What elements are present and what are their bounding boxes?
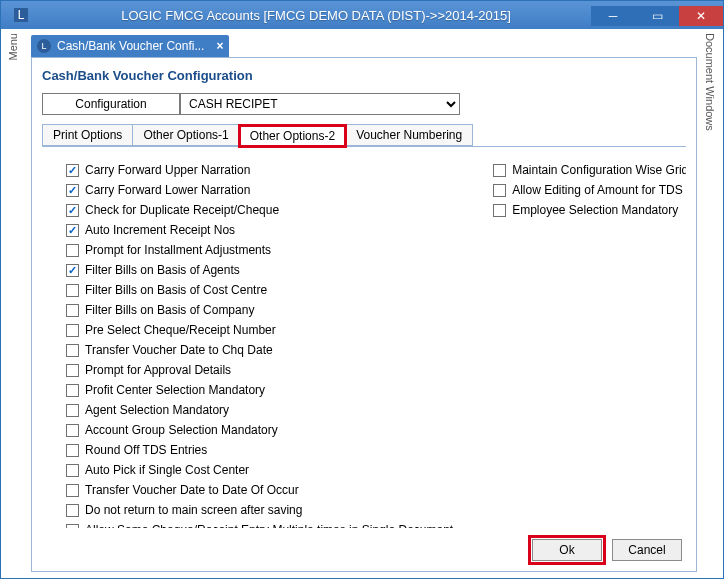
option-account-group-selection-mandatory[interactable]: Account Group Selection Mandatory (66, 421, 453, 439)
option-label: Allow Editing of Amount for TDS Calculat… (512, 181, 686, 199)
document-tab-label: Cash/Bank Voucher Confi... (57, 39, 204, 53)
menu-rail-label: Menu (7, 33, 19, 61)
option-label: Maintain Configuration Wise Grid Setting… (512, 161, 686, 179)
checkbox-icon[interactable] (66, 204, 79, 217)
option-label: Carry Forward Upper Narration (85, 161, 250, 179)
option-auto-increment-receipt-nos[interactable]: Auto Increment Receipt Nos (66, 221, 453, 239)
checkbox-icon[interactable] (66, 344, 79, 357)
document-tab-close-icon[interactable]: × (216, 39, 223, 53)
cancel-button[interactable]: Cancel (612, 539, 682, 561)
option-label: Profit Center Selection Mandatory (85, 381, 265, 399)
tab-other-options-2[interactable]: Other Options-2 (239, 125, 346, 147)
document-windows-label: Document Windows (704, 33, 716, 131)
option-prompt-for-installment-adjustments[interactable]: Prompt for Installment Adjustments (66, 241, 453, 259)
document-windows-rail[interactable]: Document Windows (699, 33, 721, 173)
option-label: Pre Select Cheque/Receipt Number (85, 321, 276, 339)
option-label: Check for Duplicate Receipt/Cheque (85, 201, 279, 219)
option-round-off-tds-entries[interactable]: Round Off TDS Entries (66, 441, 453, 459)
checkbox-icon[interactable] (66, 404, 79, 417)
checkbox-icon[interactable] (66, 424, 79, 437)
checkbox-icon[interactable] (66, 444, 79, 457)
option-profit-center-selection-mandatory[interactable]: Profit Center Selection Mandatory (66, 381, 453, 399)
option-label: Account Group Selection Mandatory (85, 421, 278, 439)
configuration-select[interactable]: CASH RECIPET (180, 93, 460, 115)
checkbox-icon[interactable] (66, 364, 79, 377)
app-window: L LOGIC FMCG Accounts [FMCG DEMO DATA (D… (0, 0, 724, 579)
checkbox-icon[interactable] (66, 324, 79, 337)
svg-text:L: L (18, 8, 25, 22)
option-check-for-duplicate-receipt-cheque[interactable]: Check for Duplicate Receipt/Cheque (66, 201, 453, 219)
option-agent-selection-mandatory[interactable]: Agent Selection Mandatory (66, 401, 453, 419)
option-pre-select-cheque-receipt-number[interactable]: Pre Select Cheque/Receipt Number (66, 321, 453, 339)
option-label: Filter Bills on Basis of Cost Centre (85, 281, 267, 299)
checkbox-icon[interactable] (493, 204, 506, 217)
option-label: Filter Bills on Basis of Agents (85, 261, 240, 279)
tab-other-options-1[interactable]: Other Options-1 (132, 124, 239, 146)
option-label: Allow Same Cheque/Receipt Entry Multiple… (85, 521, 453, 528)
document-tab[interactable]: L Cash/Bank Voucher Confi... × (31, 35, 229, 57)
tab-voucher-numbering[interactable]: Voucher Numbering (345, 124, 473, 146)
tabstrip: Print Options Other Options-1 Other Opti… (42, 123, 686, 147)
option-maintain-configuration-wise-grid-settings[interactable]: Maintain Configuration Wise Grid Setting… (493, 161, 686, 179)
option-label: Prompt for Installment Adjustments (85, 241, 271, 259)
checkbox-icon[interactable] (493, 164, 506, 177)
document-tab-icon: L (37, 39, 51, 53)
checkbox-icon[interactable] (493, 184, 506, 197)
option-transfer-voucher-date-to-date-of-occur[interactable]: Transfer Voucher Date to Date Of Occur (66, 481, 453, 499)
checkbox-icon[interactable] (66, 524, 79, 529)
ok-button[interactable]: Ok (532, 539, 602, 561)
option-allow-editing-of-amount-for-tds-calculation[interactable]: Allow Editing of Amount for TDS Calculat… (493, 181, 686, 199)
option-employee-selection-mandatory[interactable]: Employee Selection Mandatory (493, 201, 686, 219)
config-panel: Cash/Bank Voucher Configuration Configur… (31, 57, 697, 572)
checkbox-icon[interactable] (66, 384, 79, 397)
maximize-button[interactable]: ▭ (635, 6, 679, 26)
option-label: Filter Bills on Basis of Company (85, 301, 254, 319)
option-auto-pick-if-single-cost-center[interactable]: Auto Pick if Single Cost Center (66, 461, 453, 479)
option-filter-bills-on-basis-of-cost-centre[interactable]: Filter Bills on Basis of Cost Centre (66, 281, 453, 299)
checkbox-icon[interactable] (66, 244, 79, 257)
option-label: Auto Increment Receipt Nos (85, 221, 235, 239)
checkbox-icon[interactable] (66, 484, 79, 497)
option-label: Transfer Voucher Date to Date Of Occur (85, 481, 299, 499)
option-do-not-return-to-main-screen-after-saving[interactable]: Do not return to main screen after savin… (66, 501, 453, 519)
checkbox-icon[interactable] (66, 224, 79, 237)
option-prompt-for-approval-details[interactable]: Prompt for Approval Details (66, 361, 453, 379)
option-label: Prompt for Approval Details (85, 361, 231, 379)
option-label: Do not return to main screen after savin… (85, 501, 302, 519)
minimize-button[interactable]: ─ (591, 6, 635, 26)
menu-rail[interactable]: Menu (1, 33, 25, 93)
configuration-label: Configuration (42, 93, 180, 115)
option-filter-bills-on-basis-of-company[interactable]: Filter Bills on Basis of Company (66, 301, 453, 319)
option-label: Employee Selection Mandatory (512, 201, 678, 219)
checkbox-icon[interactable] (66, 304, 79, 317)
app-icon: L (1, 7, 41, 23)
tab-print-options[interactable]: Print Options (42, 124, 133, 146)
checkbox-icon[interactable] (66, 284, 79, 297)
checkbox-icon[interactable] (66, 464, 79, 477)
option-label: Agent Selection Mandatory (85, 401, 229, 419)
window-title: LOGIC FMCG Accounts [FMCG DEMO DATA (DIS… (41, 8, 591, 23)
checkbox-icon[interactable] (66, 264, 79, 277)
option-label: Carry Forward Lower Narration (85, 181, 250, 199)
option-carry-forward-lower-narration[interactable]: Carry Forward Lower Narration (66, 181, 453, 199)
option-carry-forward-upper-narration[interactable]: Carry Forward Upper Narration (66, 161, 453, 179)
close-button[interactable]: ✕ (679, 6, 723, 26)
option-allow-same-cheque-receipt-entry-multiple-times-in-single-document[interactable]: Allow Same Cheque/Receipt Entry Multiple… (66, 521, 453, 528)
option-label: Transfer Voucher Date to Chq Date (85, 341, 273, 359)
option-transfer-voucher-date-to-chq-date[interactable]: Transfer Voucher Date to Chq Date (66, 341, 453, 359)
checkbox-icon[interactable] (66, 184, 79, 197)
checkbox-icon[interactable] (66, 504, 79, 517)
option-label: Auto Pick if Single Cost Center (85, 461, 249, 479)
titlebar: L LOGIC FMCG Accounts [FMCG DEMO DATA (D… (1, 1, 723, 29)
option-label: Round Off TDS Entries (85, 441, 207, 459)
tab-page-other-options-2: Carry Forward Upper NarrationCarry Forwa… (42, 147, 686, 528)
option-filter-bills-on-basis-of-agents[interactable]: Filter Bills on Basis of Agents (66, 261, 453, 279)
panel-title: Cash/Bank Voucher Configuration (42, 66, 686, 89)
checkbox-icon[interactable] (66, 164, 79, 177)
